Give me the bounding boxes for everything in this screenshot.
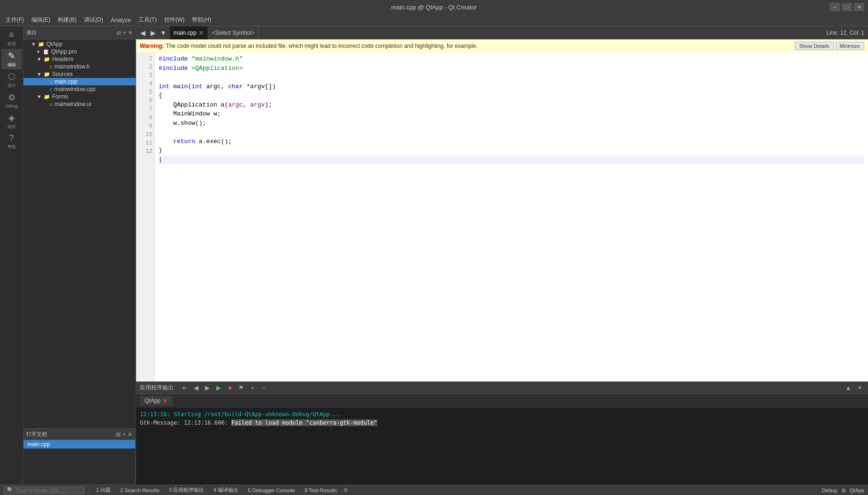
- code-line-7: MainWindow w;: [159, 109, 864, 119]
- sync-icon[interactable]: ⇄: [116, 30, 121, 36]
- sidebar-icon-help[interactable]: ?帮助: [1, 131, 22, 152]
- debug-label: Debug: [5, 104, 18, 108]
- output-stop-button[interactable]: ■: [225, 384, 235, 392]
- help-icon: ?: [9, 133, 14, 143]
- menu-item-t[interactable]: 工具(T): [135, 15, 160, 25]
- welcome-icon: ≡: [9, 30, 14, 40]
- tree-item-sources[interactable]: ▼ 📁 Sources: [23, 70, 136, 78]
- statusbar: 🔍 | 1 问题 2 Search Results 3 应用程序输出 4 编译输…: [0, 485, 868, 495]
- show-details-button[interactable]: Show Details: [795, 42, 833, 50]
- tab-menu-button[interactable]: ▼: [159, 28, 168, 38]
- close-button[interactable]: ✕: [854, 3, 864, 11]
- code-content[interactable]: #include "mainwindow.h" #include <QAppli…: [155, 53, 868, 381]
- sidebar-icon-project[interactable]: ◈项目: [1, 111, 22, 131]
- open-docs-close-icon[interactable]: ✕: [128, 431, 132, 438]
- menu-item-f[interactable]: 文件(F): [2, 15, 28, 25]
- project-icon: ◈: [8, 113, 15, 123]
- tab-forward-button[interactable]: ▶: [148, 28, 158, 38]
- menu-item-w[interactable]: 控件(W): [160, 15, 188, 25]
- statusbar-item-debugger-console[interactable]: 5 Debugger Console: [245, 487, 298, 493]
- menu-item-analyze[interactable]: Analyze: [107, 16, 135, 24]
- open-docs-header-icons: ⊞ + ✕: [116, 431, 132, 438]
- code-editor[interactable]: 1 2 3 4 5 6 7 8 9 10 11 12 #include "mai…: [136, 53, 868, 381]
- tab-back-button[interactable]: ◀: [138, 28, 147, 38]
- tree-item-qtapp-pro[interactable]: ► 📋 QtApp.pro: [23, 48, 136, 55]
- tree-item-mainwindow-ui[interactable]: u mainwindow.ui: [23, 100, 136, 108]
- output-remove-button[interactable]: −: [259, 384, 268, 392]
- sidebar-icon-edit[interactable]: ✎编辑: [1, 49, 22, 69]
- output-step-button[interactable]: ⚑: [236, 384, 246, 392]
- search-icon: 🔍: [7, 487, 14, 493]
- output-tab-qtapp-label: QtApp: [145, 397, 160, 404]
- output-close-button[interactable]: ✕: [855, 384, 864, 392]
- output-add-button[interactable]: +: [248, 384, 257, 392]
- output-panel: 应用程序输出 ⇤ ◀ ▶ ▶ ■ ⚑ + − ▲ ✕: [136, 381, 868, 485]
- line-col-display: Line: 12, Col: 1: [826, 30, 864, 36]
- statusbar-settings-icon[interactable]: ⚙: [343, 487, 348, 493]
- sidebar-icon-debug[interactable]: ⚙Debug: [1, 90, 22, 111]
- output-collapse-button[interactable]: ▲: [844, 384, 853, 392]
- statusbar-item-test-results[interactable]: 8 Test Results: [302, 487, 340, 493]
- add-icon[interactable]: +: [123, 30, 126, 36]
- output-prev-button[interactable]: ◀: [191, 384, 201, 392]
- statusbar-item-app-output[interactable]: 3 应用程序输出: [166, 487, 207, 494]
- design-label: 设计: [8, 83, 16, 89]
- statusbar-item-compile-output[interactable]: 4 编译输出: [211, 487, 241, 494]
- output-header-right: ▲ ✕: [844, 384, 864, 392]
- sidebar-icon-welcome[interactable]: ≡欢迎: [1, 28, 22, 49]
- output-tab-qtapp[interactable]: QtApp ✕: [140, 396, 173, 405]
- tab-select-symbol-label: <Select Symbol>: [212, 30, 255, 36]
- output-run-button[interactable]: ▶: [214, 384, 223, 392]
- open-docs-add-icon[interactable]: +: [122, 431, 126, 438]
- maximize-button[interactable]: □: [842, 3, 852, 11]
- tab-main-cpp-close[interactable]: ✕: [198, 29, 204, 37]
- menu-item-h[interactable]: 帮助(H): [188, 15, 215, 25]
- open-docs-pin-icon[interactable]: ⊞: [116, 431, 121, 438]
- statusbar-app-label: QtApp: [850, 487, 864, 493]
- open-doc-main-cpp[interactable]: main.cpp: [23, 440, 135, 449]
- output-tab-qtapp-close[interactable]: ✕: [162, 397, 168, 404]
- project-header-icons: ⇄ + ✕: [116, 30, 133, 36]
- tab-select-symbol[interactable]: <Select Symbol>: [208, 26, 259, 39]
- code-line-11: }: [159, 146, 864, 155]
- sidebar-icon-design[interactable]: ⬡设计: [1, 69, 22, 90]
- menu-item-d[interactable]: 调试(D): [80, 15, 107, 25]
- debug-icon: 🖥: [841, 487, 846, 493]
- output-next-button[interactable]: ▶: [203, 384, 212, 392]
- help-label: 帮助: [8, 144, 16, 150]
- tree-item-mainwindow-cpp[interactable]: c mainwindow.cpp: [23, 85, 136, 93]
- debug-icon: ⚙: [8, 92, 15, 103]
- window-controls: ─ □ ✕: [830, 3, 864, 11]
- tree-item-qtapp[interactable]: ▼ 📁 QtApp: [23, 40, 136, 48]
- code-line-10: return a.exec();: [159, 137, 864, 146]
- code-line-6: QApplication a(argc, argv);: [159, 100, 864, 110]
- output-header-title: 应用程序输出: [140, 384, 174, 392]
- search-box[interactable]: 🔍: [4, 487, 84, 494]
- code-line-4: int main(int argc, char *argv[]): [159, 82, 864, 91]
- menu-item-e[interactable]: 编辑(E): [28, 15, 54, 25]
- output-header: 应用程序输出 ⇤ ◀ ▶ ▶ ■ ⚑ + − ▲ ✕: [136, 382, 868, 394]
- editor-area: ◀ ▶ ▼ main.cpp ✕ <Select Symbol> Line: 1…: [136, 26, 868, 485]
- code-line-1: #include "mainwindow.h": [159, 54, 864, 64]
- tree-item-forms[interactable]: ▼ 📁 Forms: [23, 93, 136, 100]
- project-panel-title: 项目: [26, 29, 37, 36]
- open-docs-title: 打开文档: [26, 431, 47, 438]
- output-tabs: QtApp ✕: [136, 394, 868, 407]
- menu-item-b[interactable]: 构建(B): [54, 15, 80, 25]
- minimize-warning-button[interactable]: Minimize: [836, 42, 864, 50]
- project-panel-header: 项目 ⇄ + ✕: [23, 26, 136, 39]
- statusbar-item-search-results[interactable]: 2 Search Results: [117, 487, 162, 493]
- output-to-start-button[interactable]: ⇤: [180, 384, 190, 392]
- tree-item-mainwindow-h[interactable]: h mainwindow.h: [23, 63, 136, 70]
- project-tree: ▼ 📁 QtApp ► 📋 QtApp.pro ▼ 📁 Headers: [23, 39, 136, 428]
- warning-text: The code model could not parse an includ…: [166, 43, 478, 49]
- statusbar-debug-label: Debug: [822, 487, 837, 493]
- output-content: 12:13:16: Starting /root/build-QtApp-unk…: [136, 407, 868, 485]
- tab-main-cpp[interactable]: main.cpp ✕: [170, 26, 208, 39]
- search-input[interactable]: [15, 487, 81, 493]
- close-panel-icon[interactable]: ✕: [128, 30, 133, 36]
- minimize-button[interactable]: ─: [830, 3, 840, 11]
- statusbar-item-problems[interactable]: 1 问题: [93, 487, 114, 494]
- tree-item-headers[interactable]: ▼ 📁 Headers: [23, 55, 136, 63]
- tree-item-main-cpp[interactable]: c main.cpp: [23, 78, 136, 85]
